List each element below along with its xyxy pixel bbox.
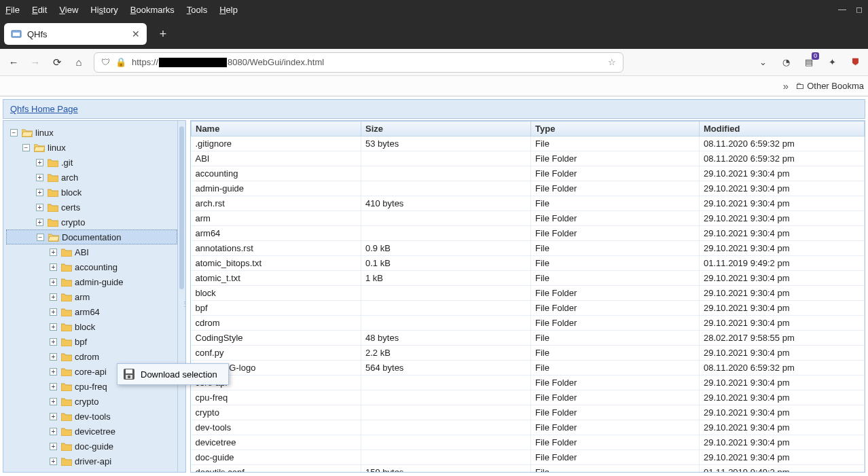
tree-.git[interactable]: +.git [6,155,177,170]
tree-certs[interactable]: +certs [6,200,177,215]
table-row[interactable]: core-apiFile Folder29.10.2021 9:30:4 pm [192,376,865,390]
tree-toggle-icon[interactable]: + [50,353,57,361]
scrollbar-thumb[interactable] [179,126,184,289]
shield-icon[interactable]: 🛡 [101,57,110,67]
tree-doc-admin-guide[interactable]: +admin-guide [6,274,177,289]
table-row[interactable]: armFile Folder29.10.2021 9:30:4 pm [192,211,865,226]
table-row[interactable]: devicetreeFile Folder29.10.2021 9:30:4 p… [192,435,865,450]
tree-doc-ABI[interactable]: +ABI [6,244,177,259]
col-modified[interactable]: Modified [700,122,865,136]
table-row[interactable]: atomic_t.txt1 kBFile29.10.2021 9:30:4 pm [192,271,865,286]
table-row[interactable]: accountingFile Folder29.10.2021 9:30:4 p… [192,166,865,181]
tree-toggle-icon[interactable]: + [50,338,57,346]
tree-toggle-icon[interactable]: + [50,308,57,316]
ublock-icon[interactable]: ⛊ [849,56,861,69]
col-name[interactable]: Name [192,122,361,136]
tree-toggle-icon[interactable]: + [50,458,57,465]
home-page-link[interactable]: Qhfs Home Page [10,104,78,114]
bookmark-star-icon[interactable]: ☆ [608,57,616,67]
reload-button[interactable]: ⟳ [50,56,64,69]
tree-linux[interactable]: −linux [6,125,177,140]
table-row[interactable]: cdromFile Folder29.10.2021 9:30:4 pm [192,316,865,331]
extension1-icon[interactable]: ◔ [780,56,792,69]
menu-view[interactable]: View [59,5,78,15]
tree-toggle-icon[interactable]: + [50,323,57,331]
tree-toggle-icon[interactable]: + [50,249,57,256]
tab-close-icon[interactable]: ✕ [132,29,140,39]
table-row[interactable]: COPYING-logo564 bytesFile08.11.2020 6:59… [192,361,865,376]
maximize-icon[interactable]: ◻ [856,5,863,14]
new-tab-button[interactable]: + [153,24,173,43]
tree-documentation[interactable]: −Documentation [6,230,177,244]
back-button[interactable]: ← [7,56,20,68]
tab-qhfs[interactable]: QHfs ✕ [4,23,147,45]
table-row[interactable]: conf.py2.2 kBFile29.10.2021 9:30:4 pm [192,346,865,361]
table-row[interactable]: cryptoFile Folder29.10.2021 9:30:4 pm [192,405,865,420]
table-row[interactable]: blockFile Folder29.10.2021 9:30:4 pm [192,286,865,301]
tree-toggle-icon[interactable]: + [50,368,57,376]
tree-toggle-icon[interactable]: + [36,189,43,196]
table-row[interactable]: atomic_bitops.txt0.1 kBFile01.11.2019 9:… [192,256,865,271]
tree-toggle-icon[interactable]: + [50,278,57,286]
tree-block[interactable]: +block [6,185,177,200]
table-row[interactable]: cpu-freqFile Folder29.10.2021 9:30:4 pm [192,390,865,405]
tree-arch[interactable]: +arch [6,170,177,185]
tree-doc-dev-tools[interactable]: +dev-tools [6,409,177,424]
tree-doc-accounting[interactable]: +accounting [6,259,177,274]
tree-doc-crypto[interactable]: +crypto [6,394,177,409]
context-download-selection[interactable]: Download selection [119,365,227,383]
table-row[interactable]: .gitignore53 bytesFile08.11.2020 6:59:32… [192,136,865,151]
extension2-icon[interactable]: ▤0 [803,56,815,69]
col-type[interactable]: Type [531,122,700,136]
table-row[interactable]: admin-guideFile Folder29.10.2021 9:30:4 … [192,181,865,196]
tree-crypto[interactable]: +crypto [6,215,177,230]
table-row[interactable]: arm64File Folder29.10.2021 9:30:4 pm [192,226,865,241]
table-row[interactable]: docutils.conf159 bytesFile01.11.2019 9:4… [192,465,865,473]
menu-history[interactable]: History [90,5,117,15]
table-row[interactable]: annotations.rst0.9 kBFile29.10.2021 9:30… [192,241,865,256]
tree-toggle-icon[interactable]: − [10,129,18,136]
tree-linux-sub[interactable]: −linux [6,140,177,155]
bookmarks-overflow-icon[interactable]: » [783,80,789,92]
tree-toggle-icon[interactable]: + [50,443,57,450]
tree-toggle-icon[interactable]: + [50,398,57,405]
url-bar[interactable]: 🛡 🔒 https://8080/WebGui/index.html ☆ [94,52,623,73]
table-row[interactable]: ABIFile Folder08.11.2020 6:59:32 pm [192,151,865,166]
table-row[interactable]: bpfFile Folder29.10.2021 9:30:4 pm [192,301,865,316]
home-button[interactable]: ⌂ [72,56,86,68]
tree-toggle-icon[interactable]: + [50,383,57,390]
tree-doc-cdrom[interactable]: +cdrom [6,349,177,364]
forward-button[interactable]: → [29,56,42,68]
tree-toggle-icon[interactable]: − [22,144,30,151]
menu-bookmarks[interactable]: Bookmarks [130,5,175,15]
tree-toggle-icon[interactable]: − [37,234,44,241]
table-row[interactable]: arch.rst410 bytesFile29.10.2021 9:30:4 p… [192,196,865,211]
menu-file[interactable]: File [5,5,20,15]
tree-toggle-icon[interactable]: + [36,159,43,166]
table-row[interactable]: doc-guideFile Folder29.10.2021 9:30:4 pm [192,450,865,465]
tree-toggle-icon[interactable]: + [50,413,57,420]
tree-toggle-icon[interactable]: + [36,174,43,181]
table-row[interactable]: CodingStyle48 bytesFile28.02.2017 9:58:5… [192,331,865,346]
tree-toggle-icon[interactable]: + [50,428,57,435]
tree-doc-block[interactable]: +block [6,319,177,334]
tree-toggle-icon[interactable]: + [50,293,57,301]
tree-toggle-icon[interactable]: + [36,204,43,211]
tree-toggle-icon[interactable]: + [50,263,57,271]
table-row[interactable]: dev-toolsFile Folder29.10.2021 9:30:4 pm [192,420,865,435]
tree-doc-driver-api[interactable]: +driver-api [6,454,177,469]
menu-tools[interactable]: Tools [187,5,207,15]
menu-help[interactable]: Help [219,5,238,15]
lock-icon[interactable]: 🔒 [115,57,126,67]
tree-doc-arm64[interactable]: +arm64 [6,304,177,319]
splitter-handle[interactable]: ⋮ [181,290,187,317]
col-size[interactable]: Size [361,122,531,136]
tree-toggle-icon[interactable]: + [36,219,43,226]
extension3-icon[interactable]: ✦ [826,56,838,69]
minimize-icon[interactable]: — [838,5,846,14]
menu-edit[interactable]: Edit [32,5,47,15]
other-bookmarks-button[interactable]: 🗀 Other Bookma [795,81,864,91]
pocket-icon[interactable]: ⌄ [757,56,769,69]
tree-doc-devicetree[interactable]: +devicetree [6,424,177,439]
tree-doc-arm[interactable]: +arm [6,289,177,304]
